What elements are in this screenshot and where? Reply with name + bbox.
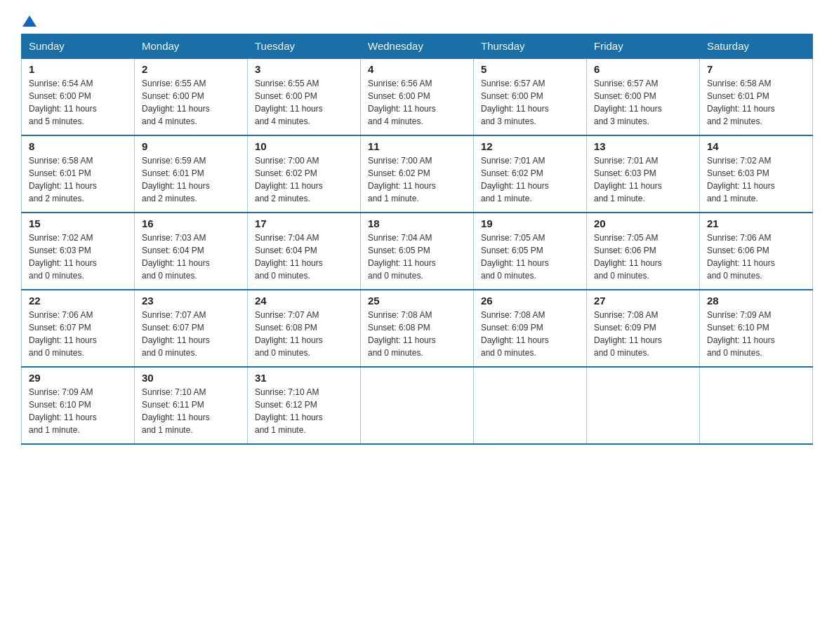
calendar-header-row: SundayMondayTuesdayWednesdayThursdayFrid… [22, 34, 813, 59]
calendar-cell: 7 Sunrise: 6:58 AMSunset: 6:01 PMDayligh… [700, 58, 813, 135]
day-info: Sunrise: 7:06 AMSunset: 6:06 PMDaylight:… [707, 232, 805, 282]
calendar-cell: 10 Sunrise: 7:00 AMSunset: 6:02 PMDaylig… [248, 135, 361, 213]
calendar-cell: 19 Sunrise: 7:05 AMSunset: 6:05 PMDaylig… [474, 213, 587, 290]
day-number: 1 [29, 63, 127, 75]
calendar-cell: 18 Sunrise: 7:04 AMSunset: 6:05 PMDaylig… [361, 213, 474, 290]
day-info: Sunrise: 7:08 AMSunset: 6:08 PMDaylight:… [368, 309, 466, 359]
day-number: 11 [368, 140, 466, 152]
day-number: 4 [368, 63, 466, 75]
page-header [21, 14, 813, 27]
day-number: 27 [594, 295, 692, 307]
logo-content [21, 14, 37, 27]
calendar-cell: 24 Sunrise: 7:07 AMSunset: 6:08 PMDaylig… [248, 290, 361, 367]
calendar-cell: 16 Sunrise: 7:03 AMSunset: 6:04 PMDaylig… [135, 213, 248, 290]
calendar-cell [700, 367, 813, 444]
calendar-cell: 31 Sunrise: 7:10 AMSunset: 6:12 PMDaylig… [248, 367, 361, 444]
calendar-cell: 25 Sunrise: 7:08 AMSunset: 6:08 PMDaylig… [361, 290, 474, 367]
calendar-week-row: 1 Sunrise: 6:54 AMSunset: 6:00 PMDayligh… [22, 58, 813, 135]
day-of-week-header: Wednesday [361, 34, 474, 59]
calendar-cell: 5 Sunrise: 6:57 AMSunset: 6:00 PMDayligh… [474, 58, 587, 135]
day-of-week-header: Thursday [474, 34, 587, 59]
day-info: Sunrise: 7:08 AMSunset: 6:09 PMDaylight:… [481, 309, 579, 359]
day-info: Sunrise: 7:02 AMSunset: 6:03 PMDaylight:… [29, 232, 127, 282]
logo [21, 14, 37, 27]
day-number: 21 [707, 217, 805, 229]
day-number: 26 [481, 295, 579, 307]
day-of-week-header: Monday [135, 34, 248, 59]
calendar-cell: 22 Sunrise: 7:06 AMSunset: 6:07 PMDaylig… [22, 290, 135, 367]
day-number: 17 [255, 217, 353, 229]
day-info: Sunrise: 6:55 AMSunset: 6:00 PMDaylight:… [142, 77, 240, 128]
day-info: Sunrise: 7:09 AMSunset: 6:10 PMDaylight:… [707, 309, 805, 359]
day-number: 7 [707, 63, 805, 75]
day-info: Sunrise: 7:01 AMSunset: 6:03 PMDaylight:… [594, 154, 692, 205]
calendar-cell [361, 367, 474, 444]
day-number: 16 [142, 217, 240, 229]
day-info: Sunrise: 7:04 AMSunset: 6:05 PMDaylight:… [368, 232, 466, 282]
calendar-cell: 1 Sunrise: 6:54 AMSunset: 6:00 PMDayligh… [22, 58, 135, 135]
day-info: Sunrise: 7:00 AMSunset: 6:02 PMDaylight:… [368, 154, 466, 205]
day-info: Sunrise: 6:54 AMSunset: 6:00 PMDaylight:… [29, 77, 127, 128]
calendar-cell: 9 Sunrise: 6:59 AMSunset: 6:01 PMDayligh… [135, 135, 248, 213]
day-info: Sunrise: 7:08 AMSunset: 6:09 PMDaylight:… [594, 309, 692, 359]
day-info: Sunrise: 7:05 AMSunset: 6:06 PMDaylight:… [594, 232, 692, 282]
calendar-cell: 14 Sunrise: 7:02 AMSunset: 6:03 PMDaylig… [700, 135, 813, 213]
day-number: 30 [142, 372, 240, 384]
day-info: Sunrise: 7:06 AMSunset: 6:07 PMDaylight:… [29, 309, 127, 359]
day-info: Sunrise: 7:10 AMSunset: 6:12 PMDaylight:… [255, 386, 353, 436]
calendar-cell: 13 Sunrise: 7:01 AMSunset: 6:03 PMDaylig… [587, 135, 700, 213]
day-number: 18 [368, 217, 466, 229]
day-number: 23 [142, 295, 240, 307]
calendar-cell [474, 367, 587, 444]
calendar-cell: 3 Sunrise: 6:55 AMSunset: 6:00 PMDayligh… [248, 58, 361, 135]
day-info: Sunrise: 7:03 AMSunset: 6:04 PMDaylight:… [142, 232, 240, 282]
day-number: 28 [707, 295, 805, 307]
calendar-cell: 2 Sunrise: 6:55 AMSunset: 6:00 PMDayligh… [135, 58, 248, 135]
day-of-week-header: Sunday [22, 34, 135, 59]
day-of-week-header: Tuesday [248, 34, 361, 59]
day-info: Sunrise: 7:09 AMSunset: 6:10 PMDaylight:… [29, 386, 127, 436]
day-info: Sunrise: 6:58 AMSunset: 6:01 PMDaylight:… [29, 154, 127, 205]
logo-triangle-up [22, 15, 37, 27]
day-number: 14 [707, 140, 805, 152]
calendar-week-row: 29 Sunrise: 7:09 AMSunset: 6:10 PMDaylig… [22, 367, 813, 444]
day-number: 2 [142, 63, 240, 75]
day-info: Sunrise: 6:57 AMSunset: 6:00 PMDaylight:… [594, 77, 692, 128]
day-info: Sunrise: 7:02 AMSunset: 6:03 PMDaylight:… [707, 154, 805, 205]
day-info: Sunrise: 7:07 AMSunset: 6:08 PMDaylight:… [255, 309, 353, 359]
day-number: 8 [29, 140, 127, 152]
day-info: Sunrise: 6:56 AMSunset: 6:00 PMDaylight:… [368, 77, 466, 128]
calendar-cell: 15 Sunrise: 7:02 AMSunset: 6:03 PMDaylig… [22, 213, 135, 290]
calendar-cell: 6 Sunrise: 6:57 AMSunset: 6:00 PMDayligh… [587, 58, 700, 135]
calendar-cell [587, 367, 700, 444]
day-number: 22 [29, 295, 127, 307]
day-info: Sunrise: 7:04 AMSunset: 6:04 PMDaylight:… [255, 232, 353, 282]
calendar-week-row: 22 Sunrise: 7:06 AMSunset: 6:07 PMDaylig… [22, 290, 813, 367]
day-number: 3 [255, 63, 353, 75]
day-number: 29 [29, 372, 127, 384]
day-number: 31 [255, 372, 353, 384]
calendar-week-row: 15 Sunrise: 7:02 AMSunset: 6:03 PMDaylig… [22, 213, 813, 290]
day-number: 19 [481, 217, 579, 229]
day-info: Sunrise: 7:00 AMSunset: 6:02 PMDaylight:… [255, 154, 353, 205]
calendar-cell: 20 Sunrise: 7:05 AMSunset: 6:06 PMDaylig… [587, 213, 700, 290]
calendar-cell: 4 Sunrise: 6:56 AMSunset: 6:00 PMDayligh… [361, 58, 474, 135]
day-number: 25 [368, 295, 466, 307]
day-info: Sunrise: 7:10 AMSunset: 6:11 PMDaylight:… [142, 386, 240, 436]
calendar-table: SundayMondayTuesdayWednesdayThursdayFrid… [21, 34, 813, 445]
day-of-week-header: Saturday [700, 34, 813, 59]
day-number: 5 [481, 63, 579, 75]
day-number: 6 [594, 63, 692, 75]
day-number: 9 [142, 140, 240, 152]
day-info: Sunrise: 6:59 AMSunset: 6:01 PMDaylight:… [142, 154, 240, 205]
day-number: 15 [29, 217, 127, 229]
day-info: Sunrise: 6:58 AMSunset: 6:01 PMDaylight:… [707, 77, 805, 128]
calendar-cell: 11 Sunrise: 7:00 AMSunset: 6:02 PMDaylig… [361, 135, 474, 213]
calendar-cell: 28 Sunrise: 7:09 AMSunset: 6:10 PMDaylig… [700, 290, 813, 367]
day-info: Sunrise: 6:57 AMSunset: 6:00 PMDaylight:… [481, 77, 579, 128]
day-number: 13 [594, 140, 692, 152]
day-info: Sunrise: 7:01 AMSunset: 6:02 PMDaylight:… [481, 154, 579, 205]
day-number: 24 [255, 295, 353, 307]
calendar-cell: 26 Sunrise: 7:08 AMSunset: 6:09 PMDaylig… [474, 290, 587, 367]
calendar-cell: 21 Sunrise: 7:06 AMSunset: 6:06 PMDaylig… [700, 213, 813, 290]
